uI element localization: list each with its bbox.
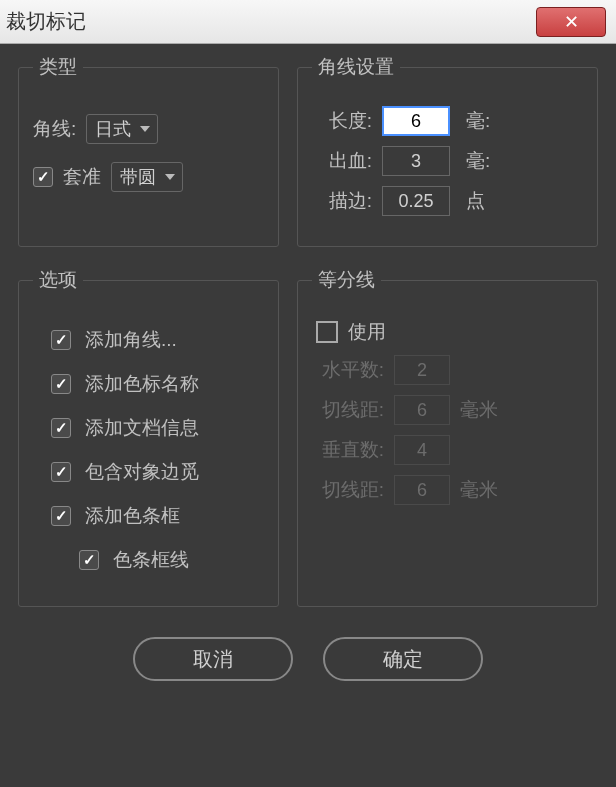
opt-colorbar-stroke-checkbox[interactable] <box>79 550 99 570</box>
v-dist-unit: 毫米 <box>460 477 498 503</box>
division-legend: 等分线 <box>312 267 381 293</box>
options-group: 选项 添加角线... 添加色标名称 添加文档信息 包含对象边觅 添加色条框 <box>18 267 279 607</box>
opt-add-colorname-label: 添加色标名称 <box>85 371 199 397</box>
v-dist-label: 切线距: <box>312 477 384 503</box>
type-legend: 类型 <box>33 54 83 80</box>
h-dist-unit: 毫米 <box>460 397 498 423</box>
h-dist-input <box>394 395 450 425</box>
h-count-input <box>394 355 450 385</box>
corner-settings-group: 角线设置 长度: 毫: 出血: 毫: 描边: 点 <box>297 54 598 247</box>
bleed-input[interactable] <box>382 146 450 176</box>
h-count-label: 水平数: <box>312 357 384 383</box>
opt-add-colorname-checkbox[interactable] <box>51 374 71 394</box>
opt-add-corner-checkbox[interactable] <box>51 330 71 350</box>
opt-include-bounds-label: 包含对象边觅 <box>85 459 199 485</box>
opt-add-docinfo-label: 添加文档信息 <box>85 415 199 441</box>
registration-label: 套准 <box>63 164 101 190</box>
close-button[interactable]: ✕ <box>536 7 606 37</box>
dialog-body: 类型 角线: 日式 套准 带圆 角线设置 <box>0 44 616 787</box>
corner-style-label: 角线: <box>33 116 76 142</box>
opt-add-colorbar-label: 添加色条框 <box>85 503 180 529</box>
use-division-checkbox[interactable] <box>316 321 338 343</box>
v-count-input <box>394 435 450 465</box>
bleed-label: 出血: <box>312 148 372 174</box>
dialog-footer: 取消 确定 <box>18 637 598 681</box>
opt-add-docinfo-checkbox[interactable] <box>51 418 71 438</box>
title-bar: 裁切标记 ✕ <box>0 0 616 44</box>
registration-style-select[interactable]: 带圆 <box>111 162 183 192</box>
stroke-label: 描边: <box>312 188 372 214</box>
opt-add-corner-label: 添加角线... <box>85 327 177 353</box>
stroke-unit: 点 <box>466 188 485 214</box>
opt-add-colorbar-checkbox[interactable] <box>51 506 71 526</box>
h-dist-label: 切线距: <box>312 397 384 423</box>
length-label: 长度: <box>312 108 372 134</box>
options-legend: 选项 <box>33 267 83 293</box>
v-dist-input <box>394 475 450 505</box>
ok-button[interactable]: 确定 <box>323 637 483 681</box>
close-icon: ✕ <box>564 11 579 33</box>
corner-settings-legend: 角线设置 <box>312 54 400 80</box>
corner-style-select[interactable]: 日式 <box>86 114 158 144</box>
opt-colorbar-stroke-label: 色条框线 <box>113 547 189 573</box>
bleed-unit: 毫: <box>466 148 490 174</box>
opt-include-bounds-checkbox[interactable] <box>51 462 71 482</box>
v-count-label: 垂直数: <box>312 437 384 463</box>
registration-checkbox[interactable] <box>33 167 53 187</box>
division-group: 等分线 使用 水平数: 切线距: 毫米 垂直数: 切线距: 毫米 <box>297 267 598 607</box>
length-unit: 毫: <box>466 108 490 134</box>
stroke-input[interactable] <box>382 186 450 216</box>
cancel-button[interactable]: 取消 <box>133 637 293 681</box>
type-group: 类型 角线: 日式 套准 带圆 <box>18 54 279 247</box>
length-input[interactable] <box>382 106 450 136</box>
use-division-label: 使用 <box>348 319 420 345</box>
window-title: 裁切标记 <box>6 8 86 35</box>
